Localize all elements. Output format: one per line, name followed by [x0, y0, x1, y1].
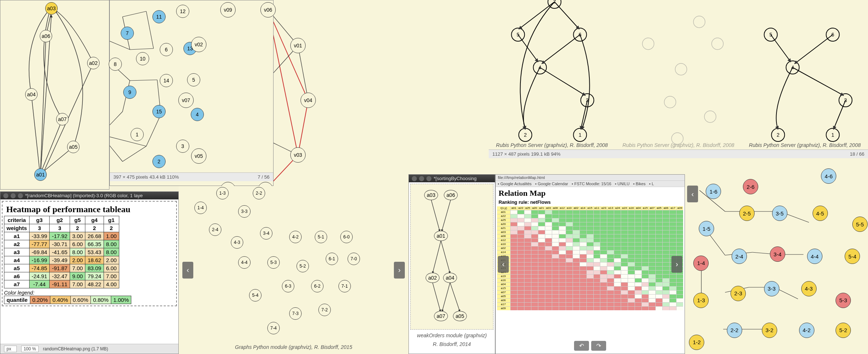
svg-line-24 [298, 100, 308, 155]
weakorders-window: *[sortingByChoosing a03 a06 a01 a02 a04 … [408, 174, 495, 354]
nav-prev-button[interactable]: ‹ [182, 262, 193, 279]
unit-selector[interactable]: px [4, 346, 17, 352]
minimize-icon[interactable] [419, 176, 424, 181]
close-icon[interactable] [412, 176, 417, 181]
node-4: 4 [191, 108, 204, 121]
node-4-2: 4-2 [799, 323, 814, 338]
node-7: 7 [121, 27, 134, 40]
node-2: 2 [152, 155, 166, 168]
node-6-3: 6-3 [282, 280, 294, 292]
url-text: file:///tmp/relationMap.html [498, 175, 545, 180]
svg-line-25 [274, 10, 298, 155]
bookmark-item[interactable]: ▪ FSTC Moodle: 15/16 [572, 182, 611, 186]
bookmark-item[interactable]: ▪ Google Calendar [535, 182, 568, 186]
svg-text:4: 4 [538, 65, 541, 70]
nav-next-button[interactable]: › [671, 256, 682, 273]
graph-panel-rubis: 5643217 Rubis Python Server (graphviz), … [489, 0, 868, 175]
node-5-5: 5-5 [852, 217, 868, 232]
node-2-3: 2-3 [731, 286, 746, 301]
node-v02: v02 [191, 37, 206, 52]
maximize-icon[interactable] [18, 193, 23, 198]
node-1-6: 1-6 [706, 184, 721, 199]
node-2-2: 2-2 [727, 323, 742, 338]
rubis-sub-1: 5643217 Rubis Python Server (graphviz), … [489, 0, 615, 149]
node-14: 14 [160, 74, 173, 87]
nav-prev-button[interactable]: ‹ [498, 256, 509, 273]
node-2-6: 2-6 [743, 179, 758, 194]
bookmark-bar[interactable]: ▪ Google Actualités▪ Google Calendar▪ FS… [496, 181, 685, 187]
node-5-2: 5-2 [836, 323, 851, 338]
svg-line-30 [274, 46, 298, 156]
nav-prev-button[interactable]: ‹ [687, 186, 698, 202]
heatmap-table: criteriag3g2g5g4g1weights33222a1-33.99-1… [4, 216, 119, 288]
node-5-3: 5-3 [836, 293, 851, 308]
window-title: *[sortingByChoosing [434, 176, 477, 181]
node-2-4: 2-4 [209, 223, 221, 236]
relmap-subtitle: Ranking rule: netFlows [496, 199, 685, 206]
bookmark-item[interactable]: ▪ UNILU [615, 182, 629, 186]
node-6-1: 6-1 [326, 253, 338, 265]
legend-table: quantile0.20%0.40%0.60%0.80%1.00% [4, 296, 131, 304]
node-1: 1 [131, 128, 144, 141]
node-15: 15 [152, 105, 166, 118]
svg-line-15 [123, 146, 146, 162]
node-5-2: 5-2 [297, 260, 309, 272]
browser-url-bar[interactable]: file:///tmp/relationMap.html [496, 175, 685, 181]
minimize-icon[interactable] [11, 193, 16, 198]
node-11: 11 [152, 10, 166, 23]
svg-line-14 [110, 135, 123, 162]
relation-map-window: file:///tmp/relationMap.html ▪ Google Ac… [495, 174, 685, 354]
rubis-caption-2: Rubis Python Server (graphviz), R. Bisdo… [615, 141, 742, 149]
node-1-5: 1-5 [699, 221, 714, 236]
bookmark-item[interactable]: ▪ L [649, 182, 654, 186]
svg-text:7: 7 [553, 0, 556, 5]
heatmap-bottombar: px 100 % randomCBHeatmap.png (1.7 MB) [0, 344, 178, 354]
close-icon[interactable] [3, 193, 8, 198]
status-left: 397 × 475 pixels 43.4 kB 110% [113, 174, 179, 180]
svg-line-66 [431, 199, 440, 232]
status-bar-panel4: 1127 × 487 pixels 199.1 kB 94% 18 / 66 [489, 149, 868, 158]
node-1-3: 1-3 [693, 293, 709, 308]
node-4-6: 4-6 [821, 168, 836, 184]
node-4-3: 4-3 [231, 236, 243, 249]
bookmark-item[interactable]: ▪ Google Actualités [498, 182, 532, 186]
node-a01: a01 [34, 168, 47, 181]
relmap-title: Relation Map [496, 187, 685, 199]
node-12: 12 [176, 5, 189, 18]
svg-text:5: 5 [770, 32, 772, 38]
nav-rotate-right[interactable]: ↷ [591, 341, 606, 351]
svg-line-32 [298, 46, 308, 100]
status-right: 18 / 66 [850, 151, 864, 157]
svg-text:3: 3 [586, 97, 589, 103]
nav-rotate-left[interactable]: ↶ [574, 341, 589, 351]
node-7-3: 7-3 [289, 307, 302, 320]
node-3-3: 3-3 [764, 281, 779, 296]
svg-text:1: 1 [578, 132, 581, 138]
node-1-2: 1-2 [689, 335, 704, 350]
weakorders-edges [411, 184, 493, 329]
nav-next-button[interactable]: › [394, 262, 405, 279]
maximize-icon[interactable] [426, 176, 431, 181]
weakorders-caption1: weakOrders module (graphviz) [409, 331, 495, 340]
node-7-0: 7-0 [348, 253, 360, 265]
zoom-value[interactable]: 100 % [21, 346, 39, 352]
svg-point-48 [693, 16, 705, 28]
node-7-4: 7-4 [267, 322, 280, 334]
status-left: 1127 × 487 pixels 199.1 kB 94% [492, 151, 561, 157]
svg-line-68 [433, 241, 441, 273]
graph-numbered-edges [110, 0, 274, 172]
node-a05: a05 [67, 141, 80, 153]
node-5: 5 [187, 73, 200, 86]
status-right: 7 / 56 [257, 174, 270, 180]
node-3: 3 [176, 140, 189, 153]
svg-text:3: 3 [844, 97, 847, 103]
node-v06: v06 [260, 2, 276, 17]
svg-line-70 [433, 283, 441, 312]
node-3-4: 3-4 [260, 227, 272, 240]
svg-line-16 [146, 114, 161, 146]
bookmark-item[interactable]: ▪ Bikes [633, 182, 646, 186]
svg-line-28 [274, 100, 298, 155]
weakorders-titlebar[interactable]: *[sortingByChoosing [409, 175, 495, 182]
heatmap-titlebar[interactable]: *[randomCBHeatmap] (Imported)-3.0 (RGB c… [0, 192, 178, 199]
node-6-0: 6-0 [340, 231, 353, 243]
